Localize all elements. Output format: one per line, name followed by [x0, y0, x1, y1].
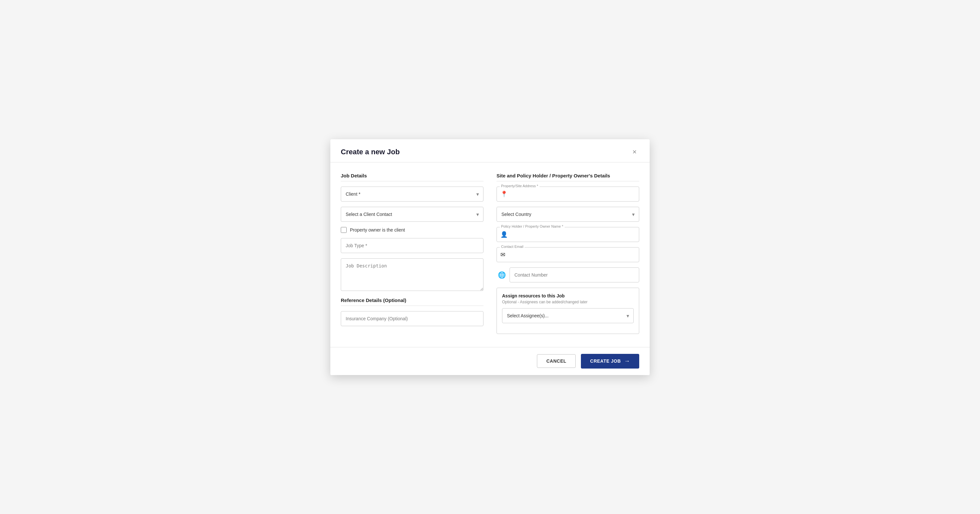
cancel-button[interactable]: CANCEL	[537, 354, 576, 368]
property-owner-label[interactable]: Property owner is the client	[350, 227, 405, 233]
dialog-footer: CANCEL CREATE JOB →	[330, 347, 650, 375]
email-icon: ✉	[500, 251, 505, 258]
close-button[interactable]: ×	[630, 147, 639, 157]
contact-email-wrap: Contact Email ✉	[496, 247, 639, 262]
insurance-company-input[interactable]	[341, 311, 484, 326]
policy-holder-field: 👤	[496, 227, 639, 242]
right-column: Site and Policy Holder / Property Owner'…	[496, 173, 639, 347]
dialog-header: Create a new Job ×	[330, 139, 650, 163]
country-select[interactable]: Select Country	[496, 207, 639, 222]
job-description-textarea[interactable]	[341, 258, 484, 291]
arrow-right-icon: →	[624, 358, 630, 365]
property-address-input[interactable]	[496, 187, 639, 201]
assign-resources-title: Assign resources to this Job	[502, 293, 634, 299]
property-address-field: 📍	[496, 187, 639, 201]
property-owner-checkbox[interactable]	[341, 227, 347, 233]
client-select[interactable]: Client *	[341, 187, 484, 201]
policy-holder-wrap: Policy Holder / Property Owner Name * 👤	[496, 227, 639, 242]
property-address-label: Property/Site Address *	[500, 184, 539, 188]
contact-email-field: ✉	[496, 247, 639, 262]
site-section-title: Site and Policy Holder / Property Owner'…	[496, 173, 639, 181]
client-contact-select[interactable]: Select a Client Contact	[341, 207, 484, 222]
contact-email-input[interactable]	[496, 247, 639, 262]
contact-number-row: 🌐	[496, 267, 639, 283]
job-type-field	[341, 238, 484, 253]
contact-email-label: Contact Email	[500, 244, 525, 249]
job-description-field	[341, 258, 484, 292]
dialog-title: Create a new Job	[341, 148, 400, 156]
phone-globe-icon: 🌐	[496, 271, 507, 279]
location-icon: 📍	[500, 190, 508, 198]
insurance-company-field	[341, 311, 484, 326]
assign-resources-box: Assign resources to this Job Optional - …	[496, 288, 639, 334]
policy-holder-label: Policy Holder / Property Owner Name *	[500, 224, 565, 228]
contact-number-input[interactable]	[509, 267, 639, 283]
create-job-label: CREATE JOB	[590, 358, 620, 364]
job-details-section-title: Job Details	[341, 173, 484, 181]
assignee-field: Select Assignee(s)...	[502, 308, 634, 323]
assignee-select[interactable]: Select Assignee(s)...	[502, 308, 634, 323]
person-icon: 👤	[500, 231, 508, 238]
policy-holder-input[interactable]	[496, 227, 639, 242]
property-address-wrap: Property/Site Address * 📍	[496, 187, 639, 201]
job-type-input[interactable]	[341, 238, 484, 253]
assign-resources-subtitle: Optional - Assignees can be added/change…	[502, 300, 634, 304]
left-column: Job Details Client * Select a Client Con…	[341, 173, 484, 347]
reference-section-title: Reference Details (Optional)	[341, 297, 484, 306]
create-job-button[interactable]: CREATE JOB →	[581, 354, 639, 369]
property-owner-checkbox-row: Property owner is the client	[341, 227, 484, 233]
create-job-dialog: Create a new Job × Job Details Client * …	[330, 139, 650, 375]
country-field: Select Country	[496, 207, 639, 222]
client-contact-field: Select a Client Contact	[341, 207, 484, 222]
client-field: Client *	[341, 187, 484, 201]
dialog-body: Job Details Client * Select a Client Con…	[330, 163, 650, 347]
